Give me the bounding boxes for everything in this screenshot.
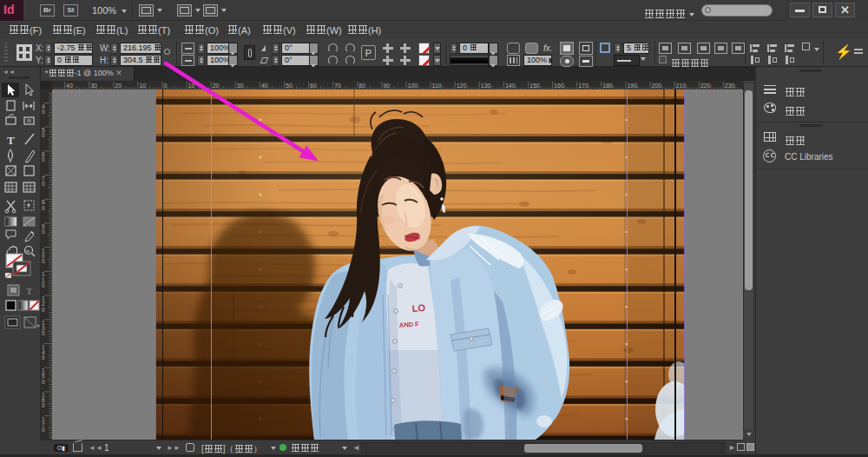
svg-text:LO: LO: [411, 302, 426, 314]
svg-text:0: 0: [42, 258, 45, 264]
svg-text:40: 40: [261, 83, 268, 89]
svg-text:90: 90: [383, 83, 390, 89]
svg-text:190: 190: [627, 83, 637, 89]
svg-text:0: 0: [42, 205, 45, 211]
svg-text:40: 40: [66, 83, 73, 89]
svg-text:130: 130: [481, 83, 491, 89]
svg-text:120: 120: [457, 83, 467, 89]
svg-text:30: 30: [90, 83, 97, 89]
svg-text:0: 0: [42, 307, 45, 313]
svg-text:30: 30: [237, 83, 244, 89]
svg-text:180: 180: [602, 83, 613, 89]
svg-text:70: 70: [334, 83, 341, 89]
svg-text:110: 110: [432, 83, 442, 89]
svg-text:200: 200: [652, 83, 662, 89]
svg-text:150: 150: [529, 83, 540, 89]
svg-text:140: 140: [505, 83, 516, 89]
svg-text:60: 60: [310, 83, 317, 89]
svg-text:0: 0: [42, 181, 45, 187]
svg-text:230: 230: [725, 83, 735, 89]
svg-text:0: 0: [42, 132, 45, 138]
svg-text:0: 0: [42, 109, 45, 115]
svg-text:210: 210: [676, 83, 687, 89]
svg-text:20: 20: [115, 83, 122, 89]
svg-text:T: T: [26, 286, 33, 296]
svg-text:0: 0: [42, 427, 45, 433]
svg-text:0: 0: [42, 354, 45, 361]
svg-text:170: 170: [578, 83, 589, 89]
svg-text:160: 160: [554, 83, 564, 89]
svg-text:AND F: AND F: [399, 320, 420, 329]
svg-text:0: 0: [42, 330, 45, 336]
svg-text:0: 0: [42, 379, 45, 385]
svg-text:0: 0: [42, 228, 45, 235]
svg-text:0: 0: [164, 83, 168, 89]
svg-text:220: 220: [700, 83, 711, 89]
svg-text:10: 10: [139, 83, 146, 89]
svg-text:80: 80: [358, 83, 365, 89]
svg-text:50: 50: [286, 83, 293, 89]
svg-text:0: 0: [42, 156, 45, 162]
svg-text:20: 20: [213, 83, 220, 89]
svg-text:0: 0: [42, 402, 45, 408]
svg-text:T: T: [7, 134, 15, 147]
svg-text:◄◄: ◄◄: [3, 69, 15, 75]
svg-text:0: 0: [42, 282, 45, 288]
svg-text:100: 100: [408, 83, 418, 89]
svg-text:10: 10: [188, 83, 195, 89]
